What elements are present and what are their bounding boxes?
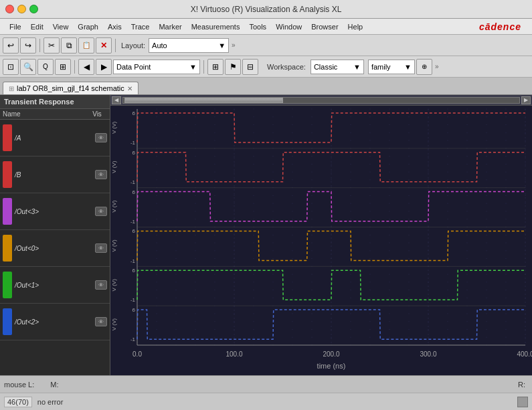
workspace-dropdown[interactable]: Classic ▼ xyxy=(311,60,364,74)
zoom-in-button[interactable]: 🔍 xyxy=(20,59,36,75)
signal-name-out2: /Out<2> xyxy=(15,318,95,326)
calculator-button[interactable]: ⊞ xyxy=(207,59,224,75)
menu-trace[interactable]: Trace xyxy=(127,21,154,32)
toolbar1: ↩ ↪ ✂ ⧉ 📋 ✕ Layout: Auto ▼ » xyxy=(0,35,532,56)
family-section: family ▼ ⊕ xyxy=(368,59,432,75)
signal-row-B[interactable]: /B 👁 xyxy=(0,157,110,193)
layout-dropdown[interactable]: Auto ▼ xyxy=(149,38,229,53)
panel-title: Transient Response xyxy=(0,95,110,109)
zoom-out-button[interactable]: Q xyxy=(37,59,54,75)
line-info: 46(70) xyxy=(4,397,32,407)
signal-color-out0 xyxy=(3,235,12,262)
menu-edit[interactable]: Edit xyxy=(27,21,48,32)
r-label: R: xyxy=(518,381,525,389)
signal-name-B: /B xyxy=(15,171,95,179)
titlebar: X! Virtuoso (R) Visualization & Analysis… xyxy=(0,0,532,19)
tabbar: ⊞ lab7 OR8_sim_gjl_f14 schematic ✕ xyxy=(0,78,532,95)
panel-header: Name Vis xyxy=(0,109,110,120)
bookmark-button[interactable]: ⚑ xyxy=(225,59,241,75)
col-vis-header: Vis xyxy=(87,110,107,118)
signal-vis-out2[interactable]: 👁 xyxy=(95,317,107,326)
menu-window[interactable]: Window xyxy=(272,21,306,32)
family-action-button[interactable]: ⊕ xyxy=(416,59,432,75)
close-button[interactable] xyxy=(5,5,14,13)
pan-right-button[interactable]: ▶ xyxy=(96,59,112,75)
chart-area[interactable]: ◀ ▶ xyxy=(110,95,532,375)
menubar: File Edit View Graph Axis Trace Marker M… xyxy=(0,19,532,35)
menu-graph[interactable]: Graph xyxy=(74,21,102,32)
signal-row-out1[interactable]: /Out<1> 👁 xyxy=(0,267,110,304)
layout-value: Auto xyxy=(152,41,167,49)
cadence-logo: cādence xyxy=(479,21,527,32)
chart-scrollbar[interactable]: ◀ ▶ xyxy=(110,95,532,106)
statusbar1: mouse L: M: R: xyxy=(0,375,532,393)
signal-row-out0[interactable]: /Out<0> 👁 xyxy=(0,230,110,267)
menu-browser[interactable]: Browser xyxy=(307,21,342,32)
copy-button[interactable]: ⧉ xyxy=(61,37,77,54)
menubar-items: File Edit View Graph Axis Trace Marker M… xyxy=(5,21,367,32)
signal-row-out3[interactable]: /Out<3> 👁 xyxy=(0,193,110,230)
m-label: M: xyxy=(50,381,58,389)
signal-color-B xyxy=(3,161,12,188)
undo-button[interactable]: ↩ xyxy=(3,37,19,54)
menu-tools[interactable]: Tools xyxy=(245,21,270,32)
signal-name-A: /A xyxy=(15,134,95,142)
signal-vis-out3[interactable]: 👁 xyxy=(95,207,107,216)
paste-button[interactable]: 📋 xyxy=(78,37,94,54)
signal-color-out1 xyxy=(3,272,12,298)
signal-vis-B[interactable]: 👁 xyxy=(95,170,107,179)
maximize-button[interactable] xyxy=(29,5,38,13)
delete-button[interactable]: ✕ xyxy=(96,37,112,54)
zoom-fit-button[interactable]: ⊡ xyxy=(3,59,19,75)
menu-view[interactable]: View xyxy=(49,21,73,32)
scroll-track[interactable] xyxy=(122,97,520,104)
data-point-value: Data Point xyxy=(116,63,151,71)
mouse-label: mouse L: xyxy=(4,381,34,389)
scroll-thumb[interactable] xyxy=(124,98,283,103)
pan-left-button[interactable]: ◀ xyxy=(78,59,94,75)
separator1 xyxy=(39,39,40,52)
status-icon[interactable] xyxy=(517,397,528,407)
signal-vis-out0[interactable]: 👁 xyxy=(95,243,107,253)
zoom-box-button[interactable]: ⊞ xyxy=(55,59,71,75)
workspace-section: Workspace: Classic ▼ xyxy=(265,60,364,74)
main-content: Transient Response Name Vis /A 👁 /B 👁 /O… xyxy=(0,95,532,375)
signal-color-out3 xyxy=(3,198,12,225)
mouse-status: mouse L: xyxy=(4,381,37,389)
minimize-button[interactable] xyxy=(17,5,26,13)
statusbar2: 46(70) no error xyxy=(0,393,532,410)
cut-button[interactable]: ✂ xyxy=(43,37,60,54)
menu-file[interactable]: File xyxy=(5,21,25,32)
signal-name-out3: /Out<3> xyxy=(15,208,95,215)
signal-panel: Transient Response Name Vis /A 👁 /B 👁 /O… xyxy=(0,95,110,375)
waveform-canvas[interactable] xyxy=(110,106,532,375)
signal-name-out0: /Out<0> xyxy=(15,245,95,252)
signal-row-A[interactable]: /A 👁 xyxy=(0,120,110,157)
data-point-dropdown[interactable]: Data Point ▼ xyxy=(113,60,200,74)
redo-button[interactable]: ↪ xyxy=(20,37,36,54)
menu-help[interactable]: Help xyxy=(344,21,367,32)
toolbar2-expand[interactable]: » xyxy=(434,63,440,70)
menu-axis[interactable]: Axis xyxy=(104,21,126,32)
signal-vis-A[interactable]: 👁 xyxy=(95,133,107,142)
grid-button[interactable]: ⊟ xyxy=(242,59,258,75)
separator4 xyxy=(203,60,204,74)
signal-color-out2 xyxy=(3,308,12,335)
active-tab[interactable]: ⊞ lab7 OR8_sim_gjl_f14 schematic ✕ xyxy=(3,82,139,94)
toolbar2: ⊡ 🔍 Q ⊞ ◀ ▶ Data Point ▼ ⊞ ⚑ ⊟ Workspace… xyxy=(0,56,532,78)
m-status: M: xyxy=(50,381,61,389)
status-message: no error xyxy=(37,398,64,406)
family-dropdown[interactable]: family ▼ xyxy=(368,60,415,74)
signal-color-A xyxy=(3,124,12,151)
r-status: R: xyxy=(518,381,528,389)
window-title: X! Virtuoso (R) Visualization & Analysis… xyxy=(191,5,342,14)
menu-marker[interactable]: Marker xyxy=(155,21,185,32)
scroll-left-arrow[interactable]: ◀ xyxy=(112,96,121,104)
tab-close-button[interactable]: ✕ xyxy=(127,85,132,92)
scroll-right-arrow[interactable]: ▶ xyxy=(521,96,531,104)
menu-measurements[interactable]: Measurements xyxy=(187,21,244,32)
toolbar1-expand[interactable]: » xyxy=(230,41,237,49)
signal-row-out2[interactable]: /Out<2> 👁 xyxy=(0,304,110,340)
signal-vis-out1[interactable]: 👁 xyxy=(95,280,107,290)
separator3 xyxy=(74,60,75,74)
